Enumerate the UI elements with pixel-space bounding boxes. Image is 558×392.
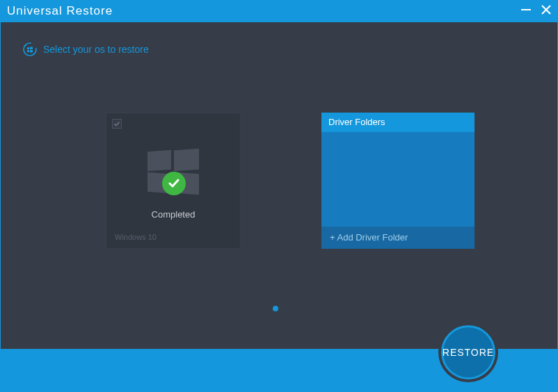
- os-card[interactable]: Completed Windows 10: [106, 113, 241, 249]
- os-name-label: Windows 10: [115, 233, 157, 241]
- restore-icon: [22, 42, 38, 57]
- pager: [273, 306, 278, 311]
- window-controls: [520, 4, 551, 18]
- titlebar: Universal Restore: [0, 0, 558, 22]
- svg-rect-0: [521, 9, 531, 10]
- app-window: Universal Restore Select your os to rest…: [0, 0, 558, 392]
- restore-button-label: RESTORE: [443, 347, 494, 358]
- subtitle-row: Select your os to restore: [0, 22, 558, 57]
- content-area: Completed Windows 10 Driver Folders + Ad…: [0, 57, 558, 249]
- close-icon[interactable]: [541, 5, 551, 17]
- os-status-label: Completed: [152, 209, 196, 220]
- pager-dot-active[interactable]: [273, 306, 278, 311]
- svg-rect-2: [27, 47, 29, 49]
- minimize-icon[interactable]: [520, 4, 532, 18]
- svg-rect-5: [30, 50, 33, 53]
- svg-rect-3: [30, 47, 33, 50]
- add-driver-folder-button[interactable]: + Add Driver Folder: [321, 227, 475, 249]
- driver-folders-panel: Driver Folders + Add Driver Folder: [321, 113, 475, 249]
- os-card-body: Completed: [112, 119, 234, 220]
- restore-button[interactable]: RESTORE: [441, 325, 495, 379]
- success-check-icon: [162, 172, 186, 195]
- page-subtitle: Select your os to restore: [43, 44, 149, 55]
- check-icon: [113, 120, 120, 127]
- os-checkbox[interactable]: [112, 119, 122, 129]
- driver-folders-header: Driver Folders: [321, 113, 475, 132]
- svg-rect-4: [27, 50, 29, 52]
- driver-folders-list: [321, 132, 475, 227]
- window-title: Universal Restore: [7, 4, 113, 18]
